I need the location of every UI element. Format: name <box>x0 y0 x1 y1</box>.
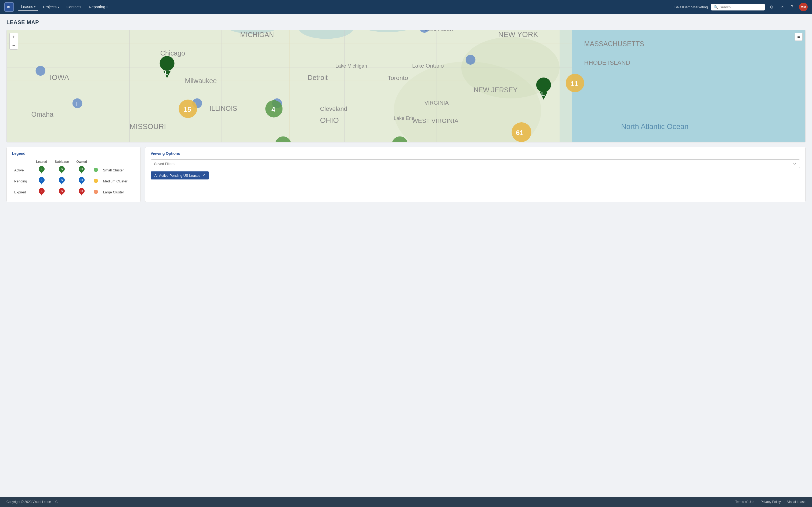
svg-marker-110 <box>40 182 43 184</box>
svg-text:Wichita: Wichita <box>44 142 65 142</box>
settings-icon[interactable]: ⚙ <box>768 3 775 11</box>
svg-text:Lake Michigan: Lake Michigan <box>336 63 367 69</box>
legend-col-empty <box>12 159 33 165</box>
svg-text:O: O <box>81 167 83 171</box>
search-box[interactable]: 🔍 <box>711 4 765 10</box>
legend-col-cluster-labels <box>101 159 135 165</box>
legend-row-label-pending: Pending <box>12 176 33 187</box>
svg-text:ILLINOIS: ILLINOIS <box>209 105 237 112</box>
nav-item-contacts[interactable]: Contacts <box>64 3 84 11</box>
saved-filters-select[interactable]: Saved Filters <box>151 159 800 168</box>
svg-text:MASSACHUSETTS: MASSACHUSETTS <box>584 40 644 48</box>
legend-panel: Legend Leased Sublease Owned Active <box>6 147 141 202</box>
zoom-out-button[interactable]: − <box>10 41 18 49</box>
legend-col-leased: Leased <box>33 159 51 165</box>
svg-text:2: 2 <box>397 142 401 142</box>
legend-large-cluster-label: Large Cluster <box>101 187 135 198</box>
legend-col-owned: Owned <box>73 159 91 165</box>
svg-text:IOWA: IOWA <box>50 73 69 81</box>
table-row: Active L S <box>12 165 135 176</box>
nav-item-reporting[interactable]: Reporting ▾ <box>86 3 110 11</box>
footer-link-privacy[interactable]: Privacy Policy <box>761 500 781 504</box>
filter-tag-remove-icon[interactable]: × <box>202 173 205 178</box>
reporting-chevron-icon: ▾ <box>106 6 108 9</box>
svg-text:Lake Huron: Lake Huron <box>424 30 453 32</box>
map-controls: + − <box>9 33 18 50</box>
main-content: LEASE MAP + − ≡ <box>0 14 812 497</box>
footer-link-terms[interactable]: Terms of Use <box>735 500 754 504</box>
svg-text:MICHIGAN: MICHIGAN <box>240 31 274 38</box>
svg-point-63 <box>72 99 83 108</box>
search-input[interactable] <box>720 5 762 9</box>
company-name: SalesDemoMarketing <box>674 5 708 9</box>
table-row: Pending L S <box>12 176 135 187</box>
footer-copyright: Copyright © 2023 Visual Lease LLC. <box>6 500 58 504</box>
leases-chevron-icon: ▾ <box>34 5 36 8</box>
svg-text:RHODE ISLAND: RHODE ISLAND <box>584 59 630 66</box>
legend-row-label-expired: Expired <box>12 187 33 198</box>
svg-text:WEST VIRGINIA: WEST VIRGINIA <box>412 117 459 124</box>
pin-pending-owned-icon: O <box>79 177 85 184</box>
pin-expired-leased-icon: L <box>39 188 45 195</box>
app-logo[interactable]: VL <box>4 2 14 12</box>
legend-medium-cluster-label: Medium Cluster <box>101 176 135 187</box>
pin-expired-sublease-icon: S <box>59 188 65 195</box>
map-container: + − ≡ <box>6 30 806 143</box>
map-layers-button[interactable]: ≡ <box>795 33 803 41</box>
nav-item-projects[interactable]: Projects ▾ <box>40 3 62 11</box>
svg-marker-104 <box>60 171 63 174</box>
legend-active-leased: L <box>33 165 51 176</box>
legend-expired-sublease: S <box>51 187 73 198</box>
avatar[interactable]: MM <box>799 3 808 11</box>
map-background: IOWA MISSOURI ILLINOIS KENTUCKY IND. OHI… <box>7 30 805 142</box>
svg-text:Lake Erie: Lake Erie <box>394 115 414 121</box>
legend-table: Leased Sublease Owned Active <box>12 159 135 198</box>
table-row: Expired L S <box>12 187 135 198</box>
pin-active-leased-icon: L <box>39 166 45 174</box>
footer-link-visual-lease[interactable]: Visual Lease <box>787 500 806 504</box>
svg-marker-101 <box>40 171 43 174</box>
active-filter-tag[interactable]: All Active Pending US Leases × <box>151 171 209 179</box>
navbar: VL Leases ▾ Projects ▾ Contacts Reportin… <box>0 0 812 14</box>
svg-marker-125 <box>80 193 83 195</box>
footer-links: Terms of Use Privacy Policy Visual Lease <box>735 500 806 504</box>
legend-row-label-active: Active <box>12 165 33 176</box>
svg-marker-113 <box>60 182 63 184</box>
svg-text:Omaha: Omaha <box>32 111 54 118</box>
legend-large-cluster-dot <box>91 187 101 198</box>
bottom-panels: Legend Leased Sublease Owned Active <box>6 147 806 202</box>
help-icon[interactable]: ? <box>789 3 796 11</box>
svg-text:61: 61 <box>516 129 523 136</box>
svg-point-71 <box>466 55 475 65</box>
svg-text:I: I <box>75 101 77 107</box>
footer: Copyright © 2023 Visual Lease LLC. Terms… <box>0 497 812 507</box>
svg-text:L: L <box>41 189 43 192</box>
legend-title: Legend <box>12 151 135 156</box>
legend-col-clusters <box>91 159 101 165</box>
svg-text:11: 11 <box>571 80 578 88</box>
svg-text:L: L <box>41 167 43 171</box>
pin-active-sublease-icon: S <box>59 166 65 174</box>
legend-expired-owned: O <box>73 187 91 198</box>
svg-text:Lake Ontario: Lake Ontario <box>412 62 444 69</box>
zoom-in-button[interactable]: + <box>10 33 18 41</box>
pin-pending-sublease-icon: S <box>59 177 65 184</box>
history-icon[interactable]: ↺ <box>778 3 786 11</box>
nav-item-leases[interactable]: Leases ▾ <box>18 3 38 11</box>
svg-text:Detroit: Detroit <box>308 74 327 81</box>
projects-chevron-icon: ▾ <box>58 6 59 9</box>
pin-active-owned-icon: O <box>79 166 85 174</box>
filter-tag-label: All Active Pending US Leases <box>154 174 200 178</box>
svg-text:OHIO: OHIO <box>320 116 339 124</box>
svg-text:L: L <box>41 178 43 182</box>
svg-marker-116 <box>80 182 83 184</box>
legend-small-cluster-dot <box>91 165 101 176</box>
svg-text:North Atlantic Ocean: North Atlantic Ocean <box>621 122 689 131</box>
svg-text:Chicago: Chicago <box>160 49 185 57</box>
svg-text:S: S <box>61 167 62 171</box>
legend-pending-leased: L <box>33 176 51 187</box>
svg-text:L: L <box>541 91 545 97</box>
svg-text:2: 2 <box>281 142 284 142</box>
pin-pending-leased-icon: L <box>39 177 45 184</box>
svg-text:L: L <box>165 69 168 76</box>
